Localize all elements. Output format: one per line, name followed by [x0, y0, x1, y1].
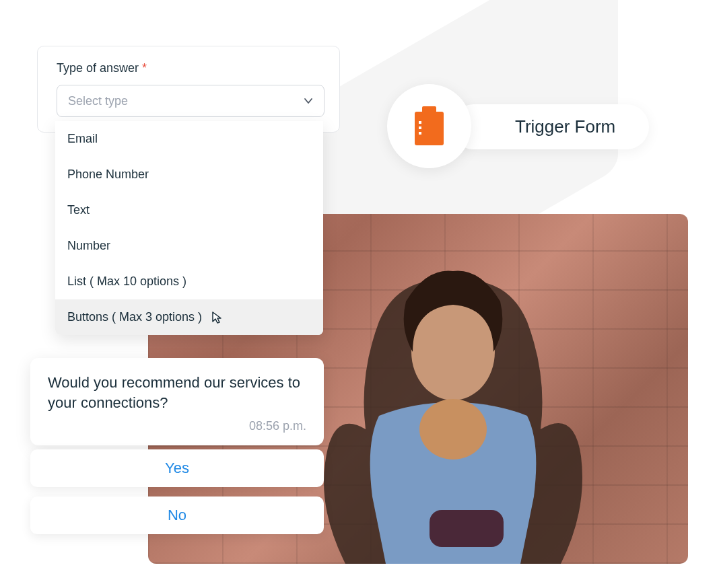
option-label: Text [67, 203, 90, 217]
select-placeholder: Select type [68, 94, 128, 108]
option-list[interactable]: List ( Max 10 options ) [55, 264, 323, 299]
chat-timestamp: 08:56 p.m. [48, 419, 306, 433]
clipboard-icon [411, 106, 448, 147]
option-label: Number [67, 239, 110, 253]
option-label: List ( Max 10 options ) [67, 274, 186, 289]
option-label: Buttons ( Max 3 options ) [67, 310, 202, 324]
trigger-form-title: Trigger Form [515, 116, 615, 137]
svg-rect-6 [419, 126, 421, 129]
trigger-form-card: Trigger Form [451, 104, 649, 149]
chat-message-text: Would you recommend our services to your… [48, 373, 306, 412]
chat-message-bubble: Would you recommend our services to your… [30, 358, 324, 445]
answer-type-field: Type of answer * Select type [37, 46, 340, 133]
option-phone-number[interactable]: Phone Number [55, 157, 323, 192]
response-yes-button[interactable]: Yes [30, 449, 324, 487]
chevron-down-icon [304, 96, 313, 106]
option-number[interactable]: Number [55, 228, 323, 264]
svg-rect-7 [419, 132, 421, 135]
option-label: Email [67, 132, 98, 146]
dropdown-options: Email Phone Number Text Number List ( Ma… [55, 121, 323, 335]
trigger-icon-circle [387, 84, 471, 168]
svg-point-0 [411, 303, 495, 400]
response-no-button[interactable]: No [30, 497, 324, 534]
option-buttons[interactable]: Buttons ( Max 3 options ) [55, 299, 323, 335]
svg-point-1 [419, 399, 487, 460]
required-star: * [142, 61, 147, 75]
button-label: Yes [165, 460, 189, 477]
cursor-icon [211, 311, 224, 324]
svg-rect-4 [422, 106, 436, 116]
person-silhouette [278, 241, 628, 564]
option-email[interactable]: Email [55, 121, 323, 157]
svg-rect-2 [430, 510, 504, 547]
field-label: Type of answer * [57, 61, 324, 75]
option-label: Phone Number [67, 168, 149, 182]
select-type-dropdown[interactable]: Select type [57, 85, 324, 117]
option-text[interactable]: Text [55, 192, 323, 228]
svg-rect-5 [419, 121, 421, 124]
button-label: No [168, 507, 186, 524]
field-label-text: Type of answer [57, 61, 139, 75]
